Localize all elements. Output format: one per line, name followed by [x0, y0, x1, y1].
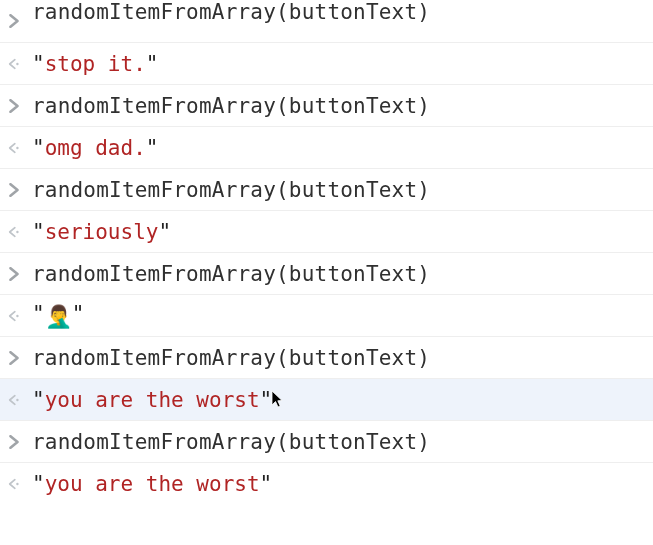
output-arrow-icon — [8, 393, 20, 407]
console-input-text: randomItemFromArray(buttonText) — [32, 0, 647, 24]
input-chevron-icon — [8, 14, 20, 28]
string-quote: " — [72, 302, 85, 326]
string-literal: stop it. — [45, 52, 146, 76]
input-chevron-icon — [8, 183, 20, 197]
string-quote: " — [32, 302, 45, 326]
string-quote: " — [32, 388, 45, 412]
output-arrow-icon — [8, 57, 20, 71]
string-literal: omg dad. — [45, 136, 146, 160]
output-arrow-icon — [8, 309, 20, 323]
input-chevron-icon — [8, 99, 20, 113]
input-arrow — [6, 351, 22, 365]
console-input-text: randomItemFromArray(buttonText) — [32, 430, 647, 454]
console-input-row[interactable]: randomItemFromArray(buttonText) — [0, 84, 653, 126]
console-input-text: randomItemFromArray(buttonText) — [32, 346, 647, 370]
input-arrow — [6, 99, 22, 113]
output-arrow — [6, 57, 22, 71]
string-quote: " — [146, 136, 159, 160]
console-input-row[interactable]: randomItemFromArray(buttonText) — [0, 252, 653, 294]
console-output-value: "you are the worst" — [32, 472, 647, 496]
svg-point-0 — [16, 62, 18, 64]
output-arrow — [6, 477, 22, 491]
string-literal: you are the worst — [45, 388, 260, 412]
console-output-value: "omg dad." — [32, 136, 647, 160]
svg-point-2 — [16, 230, 18, 232]
console-input-text: randomItemFromArray(buttonText) — [32, 262, 647, 286]
input-chevron-icon — [8, 267, 20, 281]
input-arrow — [6, 183, 22, 197]
output-arrow — [6, 141, 22, 155]
console-output-row[interactable]: "omg dad." — [0, 126, 653, 168]
console-output-row[interactable]: "🤦‍♂️" — [0, 294, 653, 336]
string-literal: 🤦‍♂️ — [45, 304, 72, 329]
input-chevron-icon — [8, 351, 20, 365]
output-arrow-icon — [8, 477, 20, 491]
svg-point-5 — [16, 482, 18, 484]
svg-point-3 — [16, 314, 18, 316]
string-literal: you are the worst — [45, 472, 260, 496]
input-chevron-icon — [8, 435, 20, 449]
console-input-text: randomItemFromArray(buttonText) — [32, 178, 647, 202]
console-input-row[interactable]: randomItemFromArray(buttonText) — [0, 168, 653, 210]
console-output-row[interactable]: "stop it." — [0, 42, 653, 84]
output-arrow-icon — [8, 141, 20, 155]
devtools-console[interactable]: randomItemFromArray(buttonText) "stop it… — [0, 0, 653, 545]
mouse-cursor-icon — [271, 390, 285, 415]
output-arrow — [6, 309, 22, 323]
console-output-row[interactable]: "you are the worst" — [0, 378, 653, 420]
string-quote: " — [32, 136, 45, 160]
console-input-row[interactable]: randomItemFromArray(buttonText) — [0, 336, 653, 378]
output-arrow — [6, 393, 22, 407]
string-quote: " — [158, 220, 171, 244]
string-quote: " — [32, 472, 45, 496]
console-output-value: "stop it." — [32, 52, 647, 76]
string-quote: " — [260, 472, 273, 496]
console-input-text: randomItemFromArray(buttonText) — [32, 94, 647, 118]
string-quote: " — [146, 52, 159, 76]
console-input-row[interactable]: randomItemFromArray(buttonText) — [0, 420, 653, 462]
console-output-value: "you are the worst" — [32, 387, 647, 412]
input-arrow — [6, 435, 22, 449]
svg-point-4 — [16, 398, 18, 400]
console-input-row[interactable]: randomItemFromArray(buttonText) — [0, 0, 653, 42]
string-quote: " — [32, 52, 45, 76]
output-arrow — [6, 225, 22, 239]
string-literal: seriously — [45, 220, 159, 244]
console-output-value: "seriously" — [32, 220, 647, 244]
output-arrow-icon — [8, 225, 20, 239]
console-output-value: "🤦‍♂️" — [32, 302, 647, 329]
console-output-row[interactable]: "seriously" — [0, 210, 653, 252]
input-arrow — [6, 267, 22, 281]
input-arrow — [6, 14, 22, 28]
svg-point-1 — [16, 146, 18, 148]
string-quote: " — [32, 220, 45, 244]
console-output-row[interactable]: "you are the worst" — [0, 462, 653, 504]
